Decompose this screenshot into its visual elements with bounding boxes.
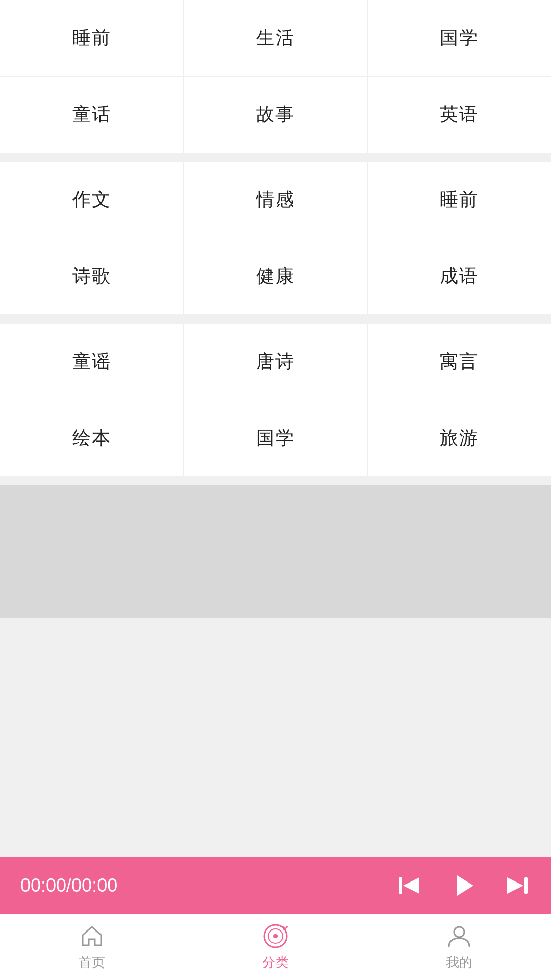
grid-row: 睡前 生活 国学 — [0, 0, 551, 77]
play-button[interactable] — [448, 870, 479, 901]
home-icon — [79, 923, 105, 949]
grid-row: 作文 情感 睡前 — [0, 162, 551, 238]
section-2: 作文 情感 睡前 诗歌 健康 成语 — [0, 162, 551, 314]
svg-point-10 — [282, 926, 284, 928]
nav-item-mine[interactable]: 我的 — [367, 914, 551, 980]
prev-button[interactable] — [396, 872, 422, 899]
svg-marker-4 — [507, 877, 523, 894]
category-qinggan[interactable]: 情感 — [184, 162, 367, 238]
ad-placeholder — [0, 485, 551, 618]
svg-point-11 — [454, 927, 464, 937]
svg-point-9 — [286, 926, 288, 928]
category-icon — [262, 923, 289, 949]
grid-row: 诗歌 健康 成语 — [0, 238, 551, 314]
category-shuiqian1[interactable]: 睡前 — [0, 0, 184, 76]
svg-rect-3 — [524, 877, 528, 894]
section-3: 童谣 唐诗 寓言 绘本 国学 旅游 — [0, 324, 551, 476]
player-bar: 00:00/00:00 — [0, 857, 551, 914]
category-shuiqian2[interactable]: 睡前 — [368, 162, 551, 238]
svg-rect-0 — [399, 877, 402, 894]
category-huiben[interactable]: 绘本 — [0, 400, 184, 476]
category-yingyu[interactable]: 英语 — [368, 77, 551, 153]
section-1: 睡前 生活 国学 童话 故事 英语 — [0, 0, 551, 153]
svg-point-7 — [273, 934, 278, 938]
next-button[interactable] — [504, 872, 531, 899]
player-controls — [396, 870, 531, 901]
grid-row: 童话 故事 英语 — [0, 77, 551, 153]
grid-row: 童谣 唐诗 寓言 — [0, 324, 551, 400]
nav-label-mine: 我的 — [446, 953, 472, 971]
category-guoxue1[interactable]: 国学 — [368, 0, 551, 76]
bottom-nav: 首页 分类 我的 — [0, 914, 551, 980]
content-area: 睡前 生活 国学 童话 故事 英语 作文 情感 睡前 诗歌 健康 成语 童谣 唐… — [0, 0, 551, 857]
category-zuowen[interactable]: 作文 — [0, 162, 184, 238]
category-jiankang[interactable]: 健康 — [184, 238, 367, 314]
grid-row: 绘本 国学 旅游 — [0, 400, 551, 476]
category-tangshi[interactable]: 唐诗 — [184, 324, 367, 400]
nav-item-home[interactable]: 首页 — [0, 914, 184, 980]
category-yuyan[interactable]: 寓言 — [368, 324, 551, 400]
category-tonghua[interactable]: 童话 — [0, 77, 184, 153]
category-gushi[interactable]: 故事 — [184, 77, 367, 153]
player-time: 00:00/00:00 — [20, 875, 396, 896]
nav-item-category[interactable]: 分类 — [184, 914, 367, 980]
svg-marker-2 — [457, 875, 473, 896]
nav-label-home: 首页 — [79, 953, 105, 971]
category-chenyu[interactable]: 成语 — [368, 238, 551, 314]
nav-label-category: 分类 — [262, 953, 289, 971]
svg-point-8 — [283, 927, 286, 930]
category-tongyao[interactable]: 童谣 — [0, 324, 184, 400]
user-icon — [446, 923, 472, 949]
category-shenghuo[interactable]: 生活 — [184, 0, 367, 76]
category-shige[interactable]: 诗歌 — [0, 238, 184, 314]
category-lvyou[interactable]: 旅游 — [368, 400, 551, 476]
category-guoxue2[interactable]: 国学 — [184, 400, 367, 476]
svg-marker-1 — [403, 877, 419, 894]
